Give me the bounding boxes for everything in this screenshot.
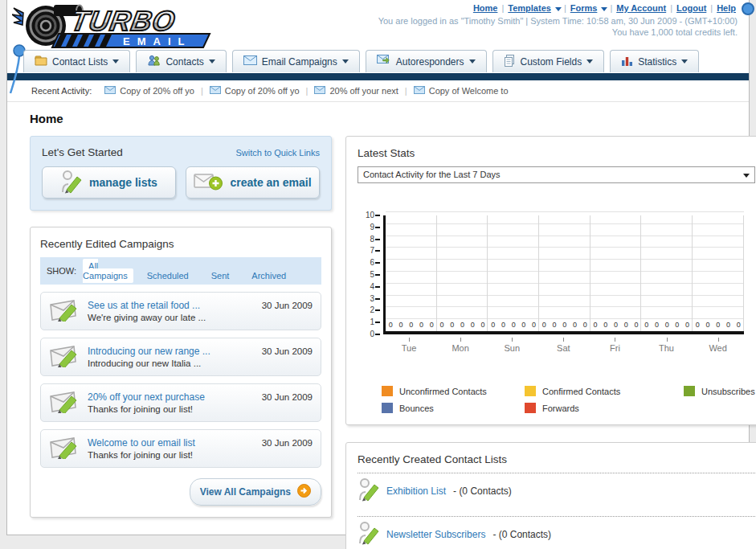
recent-activity-item[interactable]: 20% off your next <box>314 86 398 96</box>
stats-period-dropdown[interactable]: Contact Activity for the Last 7 Days <box>358 166 755 183</box>
top-link-home[interactable]: Home <box>473 3 498 13</box>
get-started-title: Let's Get Started <box>42 146 123 158</box>
data-value-label: 0 <box>553 321 557 329</box>
switch-to-quick-links[interactable]: Switch to Quick Links <box>235 148 320 158</box>
contact-list-item: Exhibition List- (0 Contacts) <box>358 473 755 509</box>
tab-statistics[interactable]: Statistics <box>610 50 699 72</box>
tab-email-campaigns[interactable]: Email Campaigns <box>232 50 360 72</box>
envelope-pencil-icon <box>49 343 80 371</box>
recent-activity-item[interactable]: Copy of 20% off yo <box>104 86 194 96</box>
data-value-label: 0 <box>624 321 628 329</box>
gridline <box>386 271 744 272</box>
filter-all-campaigns[interactable]: All Campaigns <box>83 259 133 283</box>
data-value-label: 0 <box>460 321 464 329</box>
data-value-label: 0 <box>726 321 730 329</box>
y-tick-mark <box>375 227 380 228</box>
app-window: TURBO EMAIL Home|Templates|Forms|My Acco… <box>6 0 750 535</box>
gridline <box>487 215 488 331</box>
data-value-label: 0 <box>512 321 516 329</box>
data-value-label: 0 <box>389 321 393 329</box>
tab-contact-lists[interactable]: Contact Lists <box>23 50 130 72</box>
y-tick-label: 10 <box>358 211 374 219</box>
legend-item: Unconfirmed Contacts <box>382 386 525 396</box>
navy-divider-bar <box>7 73 749 80</box>
tab-contacts[interactable]: Contacts <box>136 50 226 72</box>
top-link-templates[interactable]: Templates <box>508 3 551 13</box>
data-value-label: 0 <box>480 321 484 329</box>
tab-custom-fields[interactable]: Custom Fields <box>492 50 605 72</box>
y-tick-mark <box>375 298 380 300</box>
campaign-subtitle: Thanks for joining our list! <box>88 450 262 460</box>
gridline <box>386 318 744 319</box>
manage-lists-button[interactable]: manage lists <box>42 166 176 199</box>
top-link-help[interactable]: Help <box>717 3 736 13</box>
campaign-title-link[interactable]: See us at the retail food ... <box>88 300 262 311</box>
page-title: Home <box>30 112 738 125</box>
tab-autoresponders[interactable]: Autoresponders <box>366 50 487 72</box>
recent-activity-item[interactable]: Copy of Welcome to <box>414 86 509 96</box>
person-pencil-icon <box>358 477 379 505</box>
statistics-icon <box>621 55 633 68</box>
contact-list-link[interactable]: Exhibition List <box>386 485 446 497</box>
data-value-label: 0 <box>440 321 444 329</box>
campaign-item: See us at the retail food ...We're givin… <box>40 292 321 330</box>
campaign-title-link[interactable]: 20% off your next purchase <box>88 391 262 403</box>
data-value-label: 0 <box>573 321 577 329</box>
contact-list-count: - (0 Contacts) <box>453 485 512 497</box>
contact-list-count: - (0 Contacts) <box>492 529 551 540</box>
filter-scheduled[interactable]: Scheduled <box>141 268 194 283</box>
y-tick-label: 0 <box>358 330 374 338</box>
campaign-title-link[interactable]: Welcome to our email list <box>88 437 262 449</box>
gridline <box>386 295 744 296</box>
contact-list-link[interactable]: Newsletter Subscribers <box>386 529 485 540</box>
chevron-down-icon <box>209 59 215 64</box>
envelope-pencil-icon <box>49 389 80 416</box>
legend-item: Unsubscribes <box>684 386 755 396</box>
campaign-subtitle: We're giving away our late ... <box>88 313 262 322</box>
x-tick-mark <box>460 338 461 342</box>
campaign-title-link[interactable]: Introducing our new range ... <box>88 346 262 357</box>
top-link-forms[interactable]: Forms <box>570 3 598 13</box>
main-nav-tabs: Contact ListsContactsEmail CampaignsAuto… <box>7 50 749 73</box>
y-tick-label: 3 <box>358 294 374 303</box>
x-tick-mark <box>667 338 668 342</box>
chevron-down-icon <box>342 59 349 64</box>
recent-activity-label: Recent Activity: <box>31 86 92 96</box>
contact-activity-chart: 012345678910 000000000000000000000000000… <box>362 215 750 373</box>
y-tick-mark <box>375 215 380 216</box>
data-value-label: 0 <box>655 321 659 329</box>
contact-lists-icon <box>35 55 47 68</box>
filter-sent[interactable]: Sent <box>206 268 235 283</box>
legend-swatch <box>382 386 393 396</box>
gridline <box>590 215 590 331</box>
get-started-panel: Let's Get Started Switch to Quick Links … <box>30 136 332 211</box>
gridline <box>386 223 744 224</box>
recent-activity-item[interactable]: Copy of 20% off yo <box>210 86 300 96</box>
y-tick-mark <box>375 274 380 276</box>
gridline <box>386 306 744 307</box>
top-nav: Home|Templates|Forms|My Account|Logout|H… <box>378 3 738 13</box>
envelope-small-icon <box>314 86 325 96</box>
filter-archived[interactable]: Archived <box>246 268 292 283</box>
top-link-logout[interactable]: Logout <box>676 3 706 13</box>
x-tick-label: Wed <box>693 338 744 353</box>
chevron-down-icon <box>743 174 750 178</box>
recently-edited-campaigns-panel: Recently Edited Campaigns SHOW: All Camp… <box>30 227 332 518</box>
y-tick-mark <box>375 286 380 288</box>
help-bubble-icon[interactable] <box>742 2 754 15</box>
data-value-label: 0 <box>583 321 587 329</box>
chevron-down-icon <box>601 7 607 11</box>
data-value-label: 0 <box>614 321 618 329</box>
view-all-campaigns-button[interactable]: View All Campaigns <box>190 478 321 506</box>
create-an-email-button[interactable]: create an email <box>186 166 320 199</box>
x-tick-mark <box>615 338 615 342</box>
credits-info: You have 1,000 total credits left. <box>378 27 738 37</box>
x-tick-mark <box>409 338 410 342</box>
legend-swatch <box>684 386 695 396</box>
x-tick-label: Mon <box>435 338 486 353</box>
gridline <box>692 215 693 331</box>
top-link-my-account[interactable]: My Account <box>616 3 666 13</box>
y-tick-label: 5 <box>358 270 374 279</box>
contact-lists-panel-title: Recently Created Contact Lists <box>358 453 755 465</box>
data-value-label: 0 <box>685 321 689 329</box>
